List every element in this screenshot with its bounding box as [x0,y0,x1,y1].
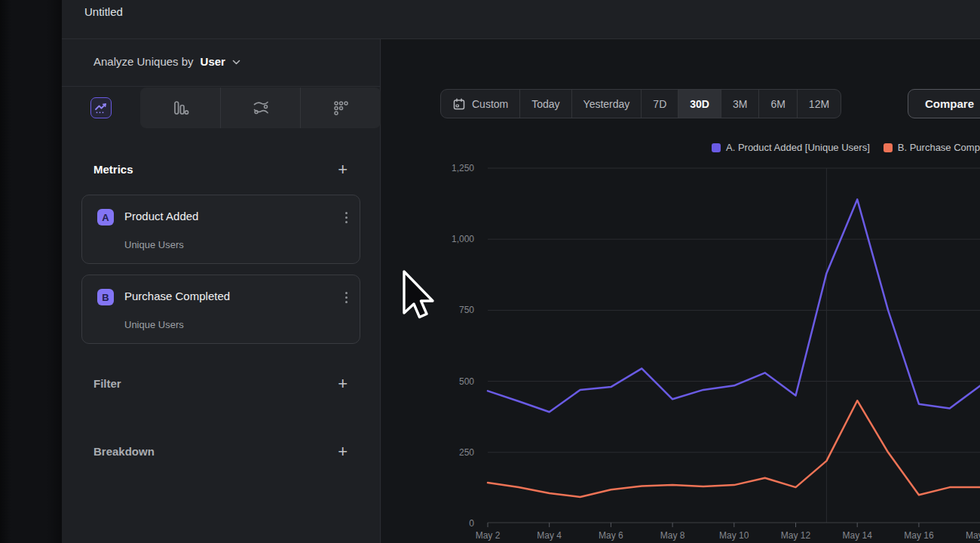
chart-type-tab-strip [140,87,381,128]
metric-card-b[interactable]: B Purchase Completed Unique Users [81,275,360,344]
chevron-down-icon[interactable] [232,60,240,65]
range-7d-button[interactable]: 7D [641,90,678,118]
metric-b-badge: B [97,289,114,305]
metric-a-menu-icon[interactable] [344,210,349,225]
tab-line-chart[interactable] [62,87,140,128]
svg-text:0: 0 [469,518,474,529]
report-title[interactable]: Untitled [84,5,123,18]
svg-text:May 4: May 4 [537,530,562,541]
calendar-icon [452,97,466,111]
svg-text:1,000: 1,000 [452,234,474,244]
svg-text:May 8: May 8 [660,530,685,541]
line-chart-icon [93,100,109,115]
svg-text:May 2: May 2 [476,530,501,541]
svg-text:500: 500 [459,376,474,387]
svg-text:250: 250 [459,447,474,458]
add-metric-button[interactable]: + [338,160,348,179]
tab-retention-grid[interactable] [300,87,381,128]
metrics-label: Metrics [93,163,133,176]
range-30d-button[interactable]: 30D [678,90,721,118]
svg-text:750: 750 [459,305,474,315]
breakdown-label: Breakdown [93,445,155,458]
metric-b-title: Purchase Completed [124,290,230,302]
range-12m-button[interactable]: 12M [797,90,841,118]
analyze-label: Analyze Uniques by [93,55,194,68]
analyze-entity-dropdown[interactable]: User [201,55,225,68]
metric-a-badge: A [97,209,114,225]
range-custom-button[interactable]: Custom [441,90,519,118]
svg-text:May 14: May 14 [843,530,873,541]
desktop-gradient-background [0,0,62,543]
svg-text:May 16: May 16 [904,530,934,541]
app-window: Untitled Analyze Uniques by User [62,0,980,543]
mouse-cursor [402,270,438,323]
breakdown-header: Breakdown + [62,442,381,466]
range-3m-button[interactable]: 3M [721,90,758,118]
svg-text:May 6: May 6 [599,530,623,541]
flow-icon [251,98,271,118]
metric-b-subtitle[interactable]: Unique Users [124,319,184,330]
top-bar: Untitled [62,0,980,39]
metrics-header: Metrics + [62,160,381,184]
svg-text:1,250: 1,250 [452,163,474,173]
range-yesterday-button[interactable]: Yesterday [571,90,642,118]
chart-type-tabs [62,87,381,128]
bar-chart-icon [170,98,190,118]
add-breakdown-button[interactable]: + [338,442,348,462]
retention-grid-icon [331,98,351,118]
date-range-segmented-control: Custom Today Yesterday 7D 30D 3M 6M 12M [440,89,841,118]
filter-label: Filter [93,377,121,390]
svg-text:May 18: May 18 [966,530,980,541]
filter-header: Filter + [62,374,381,398]
tab-flow[interactable] [220,87,301,128]
range-today-button[interactable]: Today [519,90,571,118]
line-chart[interactable]: 02505007501,0001,250May 2May 4May 6May 8… [381,128,980,543]
svg-text:May 12: May 12 [781,530,811,541]
tab-bar-chart[interactable] [140,87,220,128]
metric-a-subtitle[interactable]: Unique Users [124,239,184,250]
metric-b-menu-icon[interactable] [344,290,349,305]
screen: Untitled Analyze Uniques by User [0,0,980,543]
metric-card-a[interactable]: A Product Added Unique Users [81,195,360,264]
add-filter-button[interactable]: + [338,374,348,394]
compare-button[interactable]: Compare [908,89,980,118]
analyze-row: Analyze Uniques by User [62,39,381,87]
svg-text:May 10: May 10 [719,530,749,541]
query-sidebar: Analyze Uniques by User [62,39,381,543]
range-6m-button[interactable]: 6M [758,90,796,118]
chart-panel: Custom Today Yesterday 7D 30D 3M 6M 12M … [381,39,980,543]
metric-a-title: Product Added [124,210,198,222]
